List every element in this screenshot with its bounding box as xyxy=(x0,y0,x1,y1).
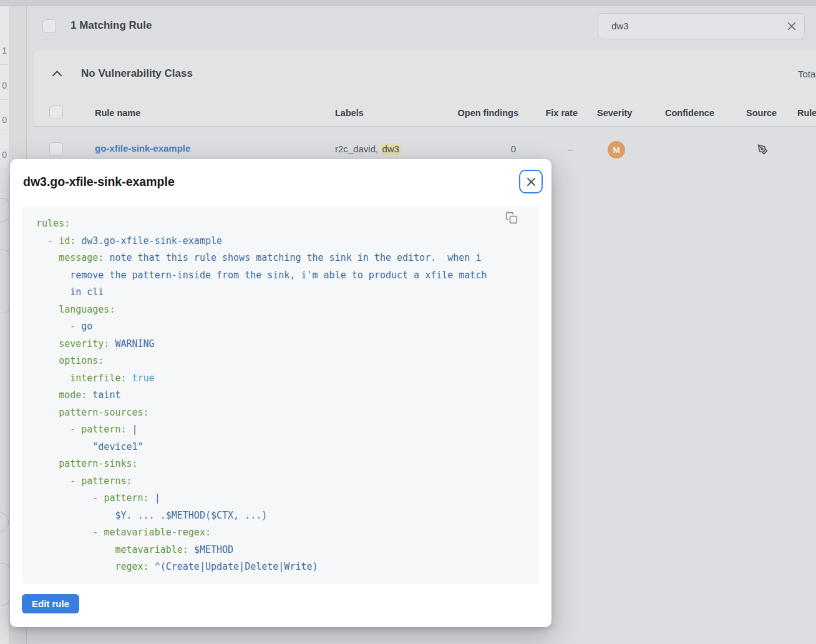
column-header-source[interactable]: Source xyxy=(746,108,777,118)
column-header-rule[interactable]: Rule xyxy=(797,108,816,118)
top-window-strip xyxy=(0,0,816,6)
column-header-fix-rate[interactable]: Fix rate xyxy=(545,108,578,118)
rule-detail-modal: dw3.go-xfile-sink-example rules: - id: d… xyxy=(10,159,551,627)
rule-yaml-code-block[interactable]: rules: - id: dw3.go-xfile-sink-example m… xyxy=(22,206,539,584)
select-row-checkbox[interactable] xyxy=(49,142,63,156)
clipped-sidebar-control xyxy=(0,512,9,533)
open-findings-value: 0 xyxy=(511,144,516,154)
clear-search-icon[interactable] xyxy=(787,21,797,31)
clipped-left-panel: 1000 xyxy=(0,6,9,644)
column-header-confidence[interactable]: Confidence xyxy=(665,108,714,118)
edit-rule-button[interactable]: Edit rule xyxy=(22,594,79,613)
clipped-sidebar-control xyxy=(0,563,9,605)
rule-name-link[interactable]: go-xfile-sink-example xyxy=(95,143,190,154)
fix-rate-value: – xyxy=(568,144,573,154)
code-block-lines: rules: - id: dw3.go-xfile-sink-example m… xyxy=(36,215,525,576)
select-all-checkbox[interactable] xyxy=(42,19,56,33)
rules-page: 1000 1 Matching Rule dw3 No Vulnerabilit… xyxy=(0,0,816,644)
close-icon xyxy=(526,177,537,187)
rule-search-input[interactable] xyxy=(598,13,805,39)
clipped-sidebar-control xyxy=(0,198,9,222)
column-header-rule-name[interactable]: Rule name xyxy=(95,108,140,118)
label-highlight: dw3 xyxy=(381,143,401,155)
group-title: No Vulnerability Class xyxy=(81,67,193,80)
column-header-open-findings[interactable]: Open findings xyxy=(458,108,518,118)
select-group-checkbox[interactable] xyxy=(49,105,63,119)
copy-code-icon[interactable] xyxy=(505,212,518,224)
close-button[interactable] xyxy=(519,170,543,193)
severity-badge: M xyxy=(608,141,625,159)
matching-rule-count: 1 Matching Rule xyxy=(70,19,152,32)
label-prefix: r2c_david, xyxy=(335,144,381,154)
column-header-severity[interactable]: Severity xyxy=(597,108,632,118)
column-header-labels[interactable]: Labels xyxy=(335,108,364,118)
modal-title: dw3.go-xfile-sink-example xyxy=(23,175,175,189)
pen-source-icon xyxy=(757,144,768,155)
clipped-sidebar-control xyxy=(0,250,9,313)
collapse-group-chevron-icon[interactable] xyxy=(52,69,62,78)
search-input-value: dw3 xyxy=(611,21,629,31)
total-label: Total xyxy=(798,69,816,81)
labels-cell: r2c_david, dw3 xyxy=(335,144,401,154)
